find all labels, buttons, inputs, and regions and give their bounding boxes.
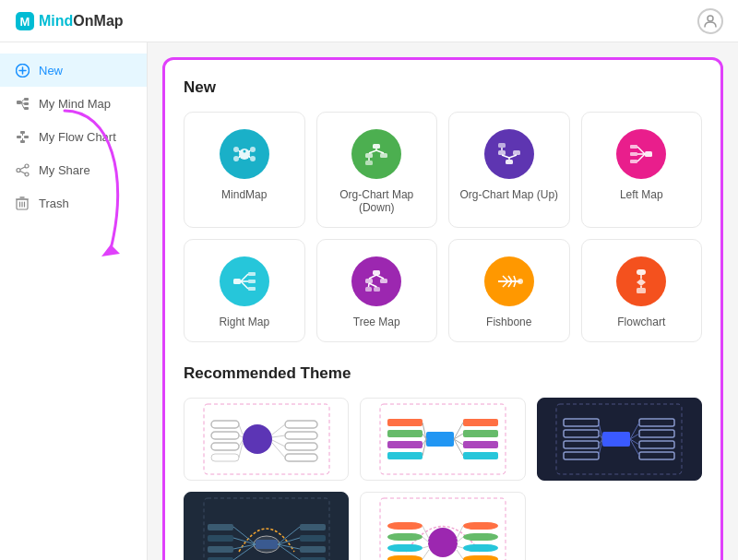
svg-line-183 <box>457 550 463 559</box>
svg-line-37 <box>249 150 250 152</box>
map-icon <box>16 97 30 111</box>
rightmap-svg <box>231 268 258 295</box>
plus-icon <box>16 64 30 77</box>
map-item-rightmap[interactable]: Right Map <box>184 239 305 342</box>
svg-rect-16 <box>20 140 25 143</box>
svg-rect-170 <box>463 544 498 552</box>
svg-rect-119 <box>387 441 423 448</box>
svg-line-178 <box>423 546 429 548</box>
map-item-fishbone[interactable]: Fishbone <box>448 239 570 342</box>
svg-rect-51 <box>513 150 520 155</box>
theme-3-svg <box>554 402 684 476</box>
sidebar-item-myshare[interactable]: My Share <box>0 153 147 186</box>
svg-rect-156 <box>300 546 326 553</box>
svg-point-32 <box>233 147 239 152</box>
theme-item-3[interactable] <box>537 398 702 481</box>
theme-item-5[interactable] <box>360 492 525 560</box>
svg-rect-154 <box>300 524 326 530</box>
svg-rect-55 <box>498 143 506 148</box>
sidebar-item-trash[interactable]: Trash <box>0 186 147 220</box>
svg-rect-136 <box>564 430 599 437</box>
svg-line-45 <box>369 150 376 153</box>
new-section-title: New <box>184 78 702 97</box>
svg-point-2 <box>708 16 713 21</box>
map-item-orgdown[interactable]: Org-Chart Map (Down) <box>316 112 438 228</box>
logo-text: MindOnMap <box>39 13 124 30</box>
sidebar-item-mymindmap[interactable]: My Mind Map <box>0 87 147 120</box>
svg-rect-15 <box>24 136 29 138</box>
svg-rect-138 <box>564 452 599 459</box>
svg-line-22 <box>20 167 25 170</box>
svg-rect-131 <box>639 419 674 426</box>
svg-rect-96 <box>285 432 317 439</box>
svg-rect-169 <box>463 533 498 541</box>
leftmap-label: Left Map <box>620 188 663 201</box>
sidebar-item-new[interactable]: New <box>0 54 147 87</box>
svg-rect-151 <box>208 535 233 542</box>
svg-rect-113 <box>463 419 498 426</box>
mindmap-icon <box>220 129 269 179</box>
svg-rect-134 <box>639 452 674 459</box>
svg-rect-133 <box>639 441 674 448</box>
theme-item-1[interactable] <box>184 398 349 481</box>
svg-rect-90 <box>637 288 646 293</box>
trash-icon <box>16 197 29 210</box>
svg-rect-115 <box>463 441 498 448</box>
svg-line-179 <box>423 550 429 559</box>
flow-icon <box>16 130 30 144</box>
svg-line-104 <box>272 435 285 437</box>
content-area: New <box>148 42 738 560</box>
svg-text:M: M <box>20 15 30 29</box>
map-item-flowchart[interactable]: Flowchart <box>581 239 703 342</box>
sidebar-new-label: New <box>39 64 63 77</box>
svg-line-77 <box>376 275 384 279</box>
user-avatar[interactable] <box>697 8 723 34</box>
svg-marker-89 <box>637 279 646 286</box>
fishbone-icon <box>484 256 534 306</box>
svg-rect-135 <box>564 419 599 426</box>
svg-line-162 <box>278 527 300 544</box>
svg-rect-49 <box>506 160 513 164</box>
svg-rect-149 <box>256 540 278 549</box>
svg-rect-7 <box>24 98 29 101</box>
svg-rect-150 <box>208 524 233 530</box>
map-item-leftmap[interactable]: Left Map <box>581 112 703 228</box>
svg-line-63 <box>637 154 645 161</box>
map-item-treemap[interactable]: Tree Map <box>316 239 438 342</box>
share-icon <box>16 163 30 177</box>
mindmap-svg <box>231 140 258 168</box>
svg-rect-43 <box>380 153 387 158</box>
svg-rect-132 <box>639 430 674 437</box>
content-inner: New <box>162 57 723 560</box>
svg-rect-120 <box>387 452 423 459</box>
svg-rect-41 <box>373 144 380 149</box>
theme-item-4[interactable] <box>184 492 349 560</box>
svg-rect-42 <box>365 153 373 158</box>
svg-rect-98 <box>285 454 317 461</box>
svg-rect-97 <box>285 443 317 450</box>
svg-line-182 <box>457 546 463 548</box>
svg-point-34 <box>233 156 239 161</box>
theme-item-2[interactable] <box>360 398 525 481</box>
svg-point-167 <box>428 528 458 557</box>
mindmap-label: MindMap <box>221 188 267 201</box>
svg-rect-152 <box>208 546 233 553</box>
svg-rect-72 <box>365 279 373 283</box>
svg-rect-95 <box>285 421 317 428</box>
map-item-mindmap[interactable]: MindMap <box>184 112 305 228</box>
theme-1-svg <box>202 402 331 476</box>
orgup-svg <box>495 140 523 168</box>
svg-rect-58 <box>630 145 637 149</box>
flowchart-svg <box>627 268 655 295</box>
rightmap-label: Right Map <box>219 316 269 328</box>
map-item-orgup[interactable]: Org-Chart Map (Up) <box>448 112 570 228</box>
treemap-icon <box>351 256 401 306</box>
svg-line-70 <box>241 281 248 289</box>
svg-rect-175 <box>387 555 423 560</box>
svg-rect-73 <box>380 279 387 283</box>
sidebar-item-myflowchart[interactable]: My Flow Chart <box>0 120 147 153</box>
svg-line-103 <box>272 424 285 435</box>
svg-rect-59 <box>630 152 637 156</box>
fishbone-svg <box>495 268 523 295</box>
svg-rect-102 <box>211 454 239 461</box>
